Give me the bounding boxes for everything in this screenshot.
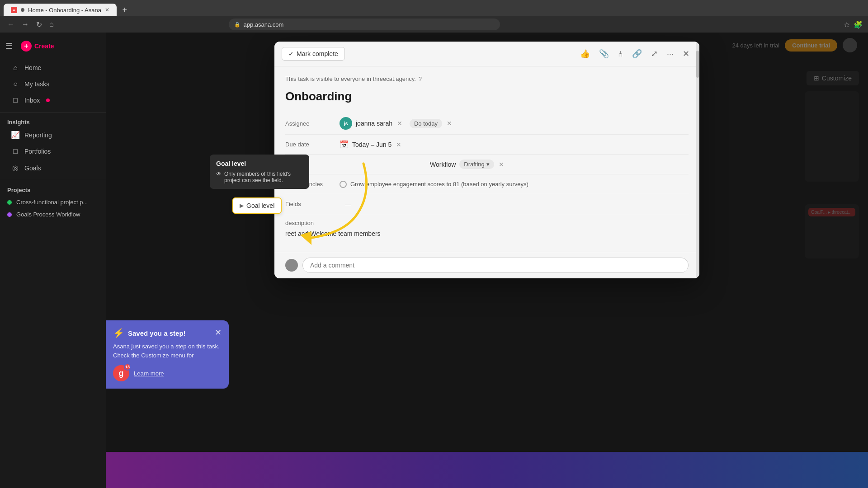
my-tasks-label: My tasks	[24, 80, 49, 88]
assignee-field-row: Assignee js joanna sarah ✕ Do today	[285, 113, 689, 135]
sidebar-divider-2	[0, 180, 106, 180]
inbox-icon: □	[11, 96, 20, 104]
portfolios-icon: □	[11, 147, 20, 155]
check-icon: ✓	[288, 50, 294, 57]
task-title[interactable]: Onboarding	[285, 89, 689, 103]
assignee-name[interactable]: joanna sarah	[356, 120, 392, 127]
expand-button[interactable]: ⤢	[648, 47, 660, 61]
projects-section-label: Projects	[0, 184, 106, 196]
workflow-dropdown[interactable]: Drafting ▾	[459, 160, 494, 169]
address-bar-container: ← → ↻ ⌂ 🔒 app.asana.com ☆ 🧩	[0, 16, 868, 33]
back-button[interactable]: ←	[5, 19, 16, 30]
inbox-label: Inbox	[24, 97, 40, 104]
forward-button[interactable]: →	[20, 19, 31, 30]
create-button[interactable]: + Create	[16, 38, 59, 54]
reporting-icon: 📈	[11, 131, 20, 139]
notification-title-text: Saved you a step!	[128, 329, 186, 337]
tab-close-button[interactable]: ✕	[105, 7, 109, 13]
portfolios-label: Portfolios	[24, 148, 51, 155]
comment-input[interactable]	[302, 258, 689, 273]
workflow-value: Drafting	[464, 161, 485, 168]
mark-complete-label: Mark complete	[297, 50, 338, 57]
scrollbar-thumb[interactable]	[696, 51, 699, 78]
remove-date-button[interactable]: ✕	[396, 141, 401, 148]
notification-avatar: g 13	[113, 365, 129, 381]
modal-actions: 👍 📎 ⑃ 🔗 ⤢ ··· ✕	[577, 47, 692, 61]
calendar-icon: 📅	[340, 140, 349, 149]
task-visibility-text: This task is visible to everyone in thre…	[285, 75, 689, 82]
insights-section-label: Insights	[0, 116, 106, 127]
sidebar-item-reporting[interactable]: 📈 Reporting	[4, 127, 102, 143]
goals-label: Goals	[24, 164, 41, 172]
eye-icon: 👁	[216, 171, 222, 177]
project1-label: Cross-functional project p...	[16, 199, 88, 206]
reporting-label: Reporting	[24, 131, 52, 139]
assignee-value: js joanna sarah ✕ Do today ✕	[340, 117, 452, 130]
url-bar[interactable]: 🔒 app.asana.com	[229, 19, 500, 30]
more-options-button[interactable]: ···	[664, 47, 676, 61]
tab-bar: A Home - Onboarding - Asana ✕ +	[0, 0, 868, 16]
chevron-down-icon: ▾	[486, 161, 490, 168]
due-today-tag[interactable]: Do today	[410, 120, 442, 127]
avatar-letter: g	[119, 369, 124, 378]
due-date-label: Due date	[285, 141, 340, 148]
tasks-icon: ○	[11, 80, 20, 88]
lock-icon: 🔒	[234, 22, 241, 28]
project1-dot	[7, 200, 12, 205]
due-date-text[interactable]: Today – Jun 5	[352, 141, 392, 148]
assignee-label: Assignee	[285, 120, 340, 127]
modal-overlay: ✓ Mark complete 👍 📎 ⑃ 🔗 ⤢ ··· ✕	[106, 33, 868, 488]
goals-icon: ◎	[11, 164, 20, 172]
notification-badge: 13	[124, 363, 131, 371]
sidebar-item-home[interactable]: ⌂ Home	[4, 60, 102, 75]
modal-toolbar: ✓ Mark complete 👍 📎 ⑃ 🔗 ⤢ ··· ✕	[274, 42, 699, 66]
reload-button[interactable]: ↻	[34, 19, 44, 31]
project2-label: Goals Process Workflow	[16, 211, 80, 218]
link-button[interactable]: 🔗	[629, 47, 645, 61]
extensions-icon[interactable]: 🧩	[854, 20, 863, 29]
help-icon[interactable]: ?	[419, 75, 422, 82]
attachment-button[interactable]: 📎	[596, 47, 612, 61]
arrow-annotation	[273, 159, 386, 249]
svg-marker-0	[300, 231, 311, 245]
remove-due-button[interactable]: ✕	[447, 120, 452, 127]
learn-more-link[interactable]: Learn more	[134, 370, 164, 377]
create-label: Create	[34, 42, 54, 50]
new-tab-button[interactable]: +	[118, 4, 131, 16]
sidebar-item-portfolios[interactable]: □ Portfolios	[4, 144, 102, 159]
branch-button[interactable]: ⑃	[615, 47, 626, 61]
comment-area	[274, 252, 699, 278]
sidebar-divider-1	[0, 112, 106, 113]
notification-footer: g 13 Learn more	[113, 365, 222, 381]
tab-modified-dot	[21, 8, 24, 12]
remove-assignee-button[interactable]: ✕	[397, 120, 402, 127]
thumbs-up-button[interactable]: 👍	[577, 47, 593, 61]
home-button[interactable]: ⌂	[47, 19, 56, 30]
remove-workflow-button[interactable]: ✕	[499, 161, 504, 168]
mark-complete-button[interactable]: ✓ Mark complete	[282, 47, 345, 61]
sidebar-item-project1[interactable]: Cross-functional project p...	[0, 196, 106, 208]
create-plus-icon: +	[21, 41, 32, 52]
active-tab[interactable]: A Home - Onboarding - Asana ✕	[4, 4, 117, 16]
sidebar: ☰ + Create ⌂ Home ○ My tasks □ Inbox Ins…	[0, 33, 106, 488]
tab-label: Home - Onboarding - Asana	[28, 7, 101, 14]
assignee-avatar[interactable]: js	[340, 117, 352, 130]
hamburger-button[interactable]: ☰	[5, 41, 13, 51]
url-text: app.asana.com	[243, 21, 283, 28]
sidebar-item-inbox[interactable]: □ Inbox	[4, 93, 102, 108]
workflow-text: Workflow	[430, 161, 456, 168]
home-label: Home	[24, 64, 41, 71]
close-modal-button[interactable]: ✕	[680, 47, 692, 61]
modal-scrollbar[interactable]	[696, 42, 699, 278]
notification-header: ⚡ Saved you a step! ✕	[113, 328, 222, 338]
commenter-avatar	[285, 259, 298, 272]
badge-count: 13	[125, 365, 130, 369]
sidebar-item-goals[interactable]: ◎ Goals	[4, 160, 102, 176]
inbox-badge	[46, 99, 50, 102]
bookmark-icon[interactable]: ☆	[844, 20, 850, 29]
goal-level-arrow-icon: ▶	[240, 202, 244, 209]
sidebar-item-project2[interactable]: Goals Process Workflow	[0, 208, 106, 221]
notification-close-button[interactable]: ✕	[215, 328, 222, 338]
sidebar-item-my-tasks[interactable]: ○ My tasks	[4, 76, 102, 92]
notification-body: Asana just saved you a step on this task…	[113, 342, 222, 360]
